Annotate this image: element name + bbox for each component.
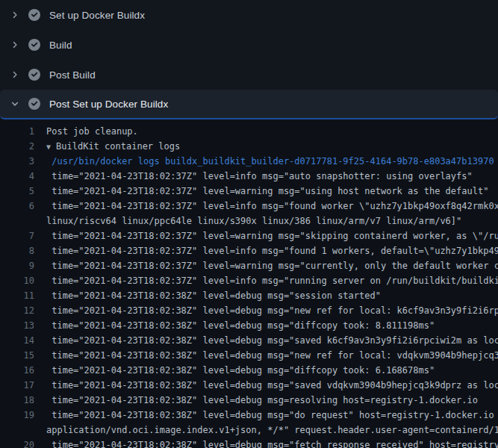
log-text: time="2021-04-23T18:02:37Z" level=warnin… xyxy=(46,228,498,243)
chevron-down-icon[interactable] xyxy=(9,98,21,110)
log-line: 16 time="2021-04-23T18:02:38Z" level=deb… xyxy=(0,363,498,378)
log-line-number[interactable]: 2 xyxy=(0,139,34,154)
log-text: time="2021-04-23T18:02:37Z" level=info m… xyxy=(46,199,498,214)
log-line-number[interactable]: 20 xyxy=(0,438,34,448)
log-line-continuation: application/vnd.oci.image.index.v1+json,… xyxy=(0,423,498,438)
log-line-number[interactable]: 7 xyxy=(0,228,34,243)
log-group-title[interactable]: BuildKit container logs xyxy=(56,141,180,152)
step-header-set-up-docker-buildx[interactable]: Set up Docker Buildx xyxy=(0,0,498,30)
log-text: time="2021-04-23T18:02:38Z" level=debug … xyxy=(46,378,498,393)
log-text: time="2021-04-23T18:02:37Z" level=info m… xyxy=(46,243,498,258)
log-line: 14 time="2021-04-23T18:02:38Z" level=deb… xyxy=(0,333,498,348)
log-text: linux/riscv64 linux/ppc64le linux/s390x … xyxy=(46,214,461,228)
log-line-number[interactable]: 11 xyxy=(0,288,34,303)
check-circle-icon xyxy=(28,39,40,51)
log-text: time="2021-04-23T18:02:38Z" level=debug … xyxy=(46,408,498,423)
log-text: ▼BuildKit container logs xyxy=(46,139,180,155)
step-header-post-set-up-docker-buildx[interactable]: Post Set up Docker Buildx xyxy=(0,90,498,119)
log-line: 17 time="2021-04-23T18:02:38Z" level=deb… xyxy=(0,378,498,393)
chevron-right-icon[interactable] xyxy=(9,39,21,51)
log-group-toggle-icon[interactable]: ▼ xyxy=(46,143,51,151)
step-header-post-build[interactable]: Post Build xyxy=(0,60,498,90)
log-text: time="2021-04-23T18:02:38Z" level=debug … xyxy=(46,288,381,303)
check-circle-icon xyxy=(28,69,40,81)
log-line-continuation: linux/riscv64 linux/ppc64le linux/s390x … xyxy=(0,214,498,228)
log-text: time="2021-04-23T18:02:37Z" level=warnin… xyxy=(46,258,498,273)
log-line-number[interactable]: 10 xyxy=(0,273,34,288)
log-text: time="2021-04-23T18:02:38Z" level=debug … xyxy=(46,393,478,408)
log-line-number[interactable]: 19 xyxy=(0,408,34,423)
log-text: time="2021-04-23T18:02:38Z" level=debug … xyxy=(46,348,498,363)
chevron-right-icon[interactable] xyxy=(9,9,21,21)
log-line: 9 time="2021-04-23T18:02:37Z" level=warn… xyxy=(0,258,498,273)
log-text: time="2021-04-23T18:02:37Z" level=info m… xyxy=(46,273,498,288)
log-command-text: /usr/bin/docker logs buildx_buildkit_bui… xyxy=(46,154,494,169)
log-line-number[interactable]: 12 xyxy=(0,303,34,318)
log-text: time="2021-04-23T18:02:38Z" level=debug … xyxy=(46,318,435,333)
log-line-number[interactable]: 18 xyxy=(0,393,34,408)
log-line: 4 time="2021-04-23T18:02:37Z" level=info… xyxy=(0,169,498,184)
step-label: Post Build xyxy=(49,69,96,81)
step-headers: Set up Docker BuildxBuildPost BuildPost … xyxy=(0,0,498,119)
log-line-number[interactable]: 15 xyxy=(0,348,34,363)
log-line: 13 time="2021-04-23T18:02:38Z" level=deb… xyxy=(0,318,498,333)
log-text: application/vnd.oci.image.index.v1+json,… xyxy=(46,423,498,438)
log-line: 3 /usr/bin/docker logs buildx_buildkit_b… xyxy=(0,154,498,169)
log-line: 20 time="2021-04-23T18:02:38Z" level=deb… xyxy=(0,438,498,448)
log-line: 12 time="2021-04-23T18:02:38Z" level=deb… xyxy=(0,303,498,318)
log-line: 8 time="2021-04-23T18:02:37Z" level=info… xyxy=(0,243,498,258)
step-log-output: 1Post job cleanup.2▼BuildKit container l… xyxy=(0,119,498,448)
log-line: 2▼BuildKit container logs xyxy=(0,139,498,154)
step-label: Post Set up Docker Buildx xyxy=(49,99,168,110)
log-line: 1Post job cleanup. xyxy=(0,124,498,139)
log-text: time="2021-04-23T18:02:38Z" level=debug … xyxy=(46,363,435,378)
log-line-number[interactable]: 16 xyxy=(0,363,34,378)
log-line-number[interactable]: 3 xyxy=(0,154,34,169)
step-header-build[interactable]: Build xyxy=(0,30,498,60)
log-text: time="2021-04-23T18:02:37Z" level=warnin… xyxy=(46,184,488,199)
log-text: Post job cleanup. xyxy=(46,124,138,139)
log-text: time="2021-04-23T18:02:38Z" level=debug … xyxy=(46,333,498,348)
log-text: time="2021-04-23T18:02:38Z" level=debug … xyxy=(46,438,498,448)
log-text: time="2021-04-23T18:02:37Z" level=info m… xyxy=(46,169,473,184)
log-line: 5 time="2021-04-23T18:02:37Z" level=warn… xyxy=(0,184,498,199)
chevron-right-icon[interactable] xyxy=(9,69,21,81)
log-line: 15 time="2021-04-23T18:02:38Z" level=deb… xyxy=(0,348,498,363)
log-line-number[interactable]: 17 xyxy=(0,378,34,393)
log-line-number[interactable]: 5 xyxy=(0,184,34,199)
step-label: Set up Docker Buildx xyxy=(49,10,145,21)
log-line-number[interactable]: 1 xyxy=(0,124,34,139)
log-text: time="2021-04-23T18:02:38Z" level=debug … xyxy=(46,303,498,318)
log-line: 10 time="2021-04-23T18:02:37Z" level=inf… xyxy=(0,273,498,288)
check-circle-icon xyxy=(28,98,40,110)
log-line: 7 time="2021-04-23T18:02:37Z" level=warn… xyxy=(0,228,498,243)
log-line-number[interactable]: 6 xyxy=(0,199,34,214)
check-circle-icon xyxy=(28,9,40,21)
log-line-number[interactable]: 4 xyxy=(0,169,34,184)
job-steps-list: Set up Docker BuildxBuildPost BuildPost … xyxy=(0,0,498,448)
step-label: Build xyxy=(49,40,72,51)
log-line: 6 time="2021-04-23T18:02:37Z" level=info… xyxy=(0,199,498,214)
log-line: 19 time="2021-04-23T18:02:38Z" level=deb… xyxy=(0,408,498,423)
log-line-number[interactable]: 14 xyxy=(0,333,34,348)
log-line: 11 time="2021-04-23T18:02:38Z" level=deb… xyxy=(0,288,498,303)
log-line-number[interactable]: 9 xyxy=(0,258,34,273)
log-line-number[interactable]: 13 xyxy=(0,318,34,333)
log-line: 18 time="2021-04-23T18:02:38Z" level=deb… xyxy=(0,393,498,408)
log-line-number[interactable]: 8 xyxy=(0,243,34,258)
